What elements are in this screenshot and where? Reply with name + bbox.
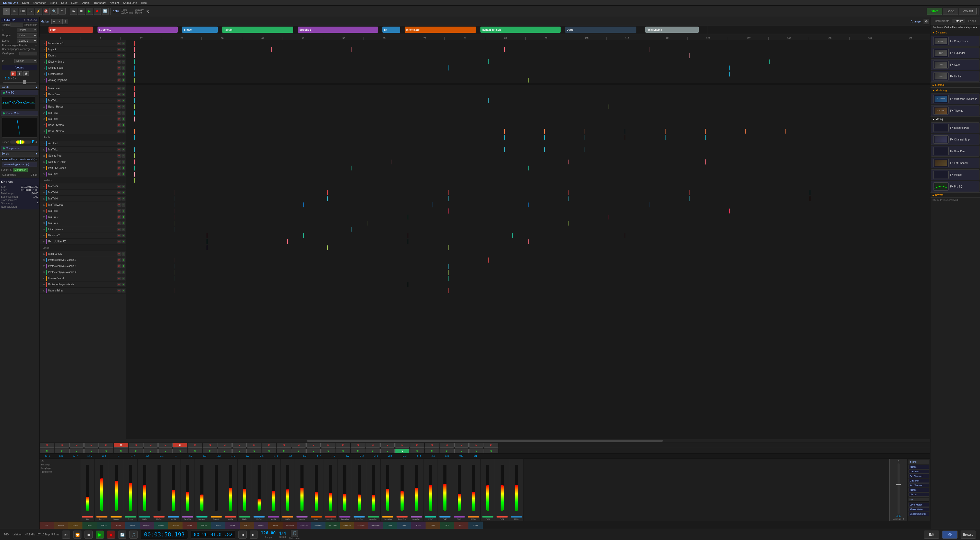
clip[interactable] [207, 239, 255, 244]
clip[interactable] [689, 196, 769, 201]
loop-btn[interactable]: 🔄 [102, 8, 109, 15]
mixer-m-btn[interactable]: M [232, 443, 247, 448]
clip[interactable] [134, 41, 898, 46]
add-marker-btn[interactable]: + [51, 19, 57, 24]
mixer-s-btn[interactable]: S [129, 449, 143, 453]
clip[interactable] [488, 59, 729, 64]
track-mute-btn[interactable]: M [118, 271, 121, 274]
track-mute-btn[interactable]: M [118, 99, 121, 102]
input-select[interactable]: Keiner [14, 59, 37, 63]
mixer-s-btn[interactable]: S [232, 449, 247, 453]
track-header[interactable]: 33 FX somx2 M S [40, 233, 126, 239]
clip[interactable] [134, 65, 415, 70]
mixer-m-btn[interactable]: M [395, 443, 409, 448]
menu-item-studio one[interactable]: Studio One [121, 1, 139, 4]
next-marker-btn[interactable]: ⏭ [250, 530, 258, 539]
track-mute-btn[interactable]: M [118, 240, 121, 244]
mixer-m-btn[interactable]: M [306, 443, 321, 448]
clip[interactable] [512, 233, 561, 238]
mixer-m-btn[interactable]: M [99, 443, 113, 448]
clip[interactable] [327, 196, 408, 201]
track-header[interactable]: 5 Electric Snare M S [40, 59, 126, 65]
clip[interactable] [134, 104, 576, 109]
song-btn[interactable]: Song [943, 8, 958, 15]
mixer-s-btn[interactable]: S [425, 449, 439, 453]
clip[interactable] [408, 282, 850, 287]
mixer-m-btn[interactable]: M [321, 443, 336, 448]
clip[interactable] [810, 190, 890, 195]
track-header[interactable]: 10 Main Bass M S [40, 85, 126, 91]
mixer-m-btn[interactable]: M [247, 443, 261, 448]
track-header[interactable]: 36 Main Vocals M S [40, 251, 126, 257]
external-category[interactable]: External [931, 82, 980, 88]
mixer-m-btn[interactable]: M [129, 443, 143, 448]
mixer-m-btn[interactable]: M [291, 443, 306, 448]
menu-item-song[interactable]: Song [48, 1, 59, 4]
track-mute-btn[interactable]: M [118, 197, 121, 201]
clip[interactable] [175, 288, 416, 293]
solo-btn[interactable]: S [17, 71, 22, 76]
loop-btn-transport[interactable]: 🔄 [118, 530, 126, 539]
arr-block-bridge[interactable]: Bridge [182, 27, 218, 33]
timestretch-select[interactable]: Drums [17, 28, 37, 32]
clip[interactable] [585, 129, 609, 134]
clip[interactable] [488, 98, 769, 103]
horizontal-scrollbar[interactable] [40, 439, 930, 442]
mixer-m-btn[interactable]: M [336, 443, 350, 448]
mixer-s-btn[interactable]: S [262, 449, 276, 453]
clip[interactable] [368, 221, 528, 226]
track-mute-btn[interactable]: M [118, 148, 121, 151]
track-solo-btn[interactable]: S [121, 72, 125, 76]
track-solo-btn[interactable]: S [121, 99, 125, 102]
browse-btn[interactable]: Browse [961, 530, 976, 539]
clip[interactable] [134, 59, 456, 64]
track-solo-btn[interactable]: S [121, 123, 125, 127]
mixer-s-btn[interactable]: S [247, 449, 261, 453]
clip[interactable] [448, 264, 729, 269]
clip[interactable] [665, 129, 689, 134]
arr-block-intermezzo[interactable]: Intermezzo [405, 27, 476, 33]
track-mute-btn[interactable]: M [118, 283, 121, 286]
track-header[interactable]: 30 Mai Tai 2 M S [40, 214, 126, 220]
clip[interactable] [705, 135, 729, 140]
clip[interactable] [207, 233, 271, 238]
track-mute-btn[interactable]: M [118, 129, 121, 133]
mixer-s-btn[interactable]: S [218, 449, 232, 453]
track-header[interactable]: Lead Blst [40, 177, 126, 183]
track-solo-btn[interactable]: S [121, 172, 125, 176]
mastering-category[interactable]: Mastering [931, 88, 980, 93]
track-header[interactable]: 13 Bass - Hesse M S [40, 104, 126, 110]
clip[interactable] [689, 190, 769, 195]
split-tool-btn[interactable]: ⚡ [35, 8, 42, 15]
mixer-m-btn[interactable]: M [351, 443, 365, 448]
track-mute-btn[interactable]: M [118, 54, 121, 57]
inserts-panel-header[interactable]: Inserts [908, 460, 929, 464]
track-solo-btn[interactable]: S [121, 117, 125, 121]
track-mute-btn[interactable]: M [118, 203, 121, 207]
clip[interactable] [175, 202, 271, 207]
clip[interactable] [271, 47, 336, 52]
insert-slot[interactable]: Mixtool [908, 465, 929, 469]
clip[interactable] [528, 202, 625, 207]
track-solo-btn[interactable]: S [121, 166, 125, 170]
mixer-m-btn[interactable]: M [439, 443, 454, 448]
mixer-s-btn[interactable]: S [395, 449, 409, 453]
clip[interactable] [134, 86, 858, 91]
mixer-m-btn[interactable]: M [173, 443, 188, 448]
metronome-btn[interactable]: 🎵 [291, 530, 298, 537]
track-header[interactable]: 15 MaiTai x M S [40, 116, 126, 122]
track-mute-btn[interactable]: M [118, 221, 121, 225]
clip[interactable] [705, 159, 866, 164]
clip[interactable] [528, 78, 850, 83]
track-solo-btn[interactable]: S [121, 234, 125, 237]
clip[interactable] [134, 98, 456, 103]
mixer-s-btn[interactable]: S [454, 449, 469, 453]
track-mute-btn[interactable]: M [118, 117, 121, 121]
clip[interactable] [134, 159, 375, 164]
track-header[interactable]: 34 FX - Uplifter FX M S [40, 239, 126, 245]
pencil-tool-btn[interactable]: ✏ [11, 8, 18, 15]
projekt-btn[interactable]: Projekt [959, 8, 977, 15]
mixer-s-btn[interactable]: S [321, 449, 336, 453]
track-mute-btn[interactable]: M [118, 228, 121, 231]
mixer-s-btn[interactable]: S [40, 449, 54, 453]
